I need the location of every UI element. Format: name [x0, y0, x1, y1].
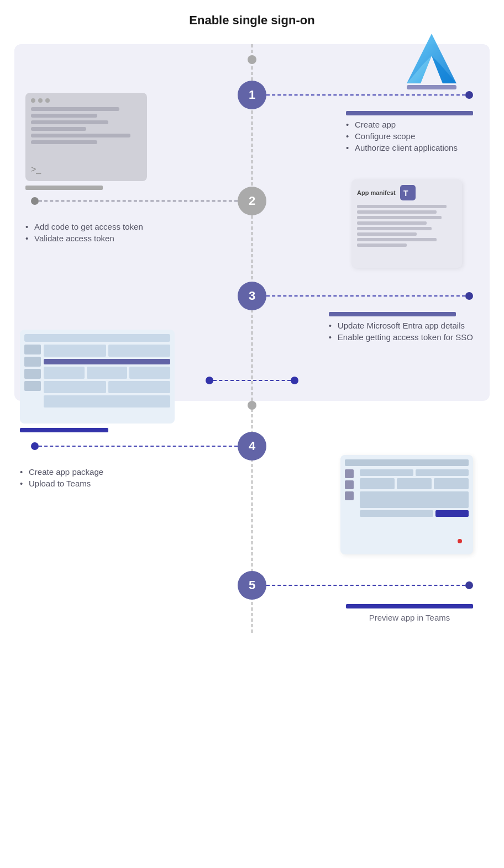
- step1-connector-dot: [465, 91, 473, 99]
- teams-card8: [44, 395, 170, 407]
- mline2: [357, 210, 437, 214]
- manifest-lines: [357, 205, 456, 247]
- manifest-title-text: App manifest: [357, 189, 396, 196]
- page-title: Enable single sign-on: [189, 13, 314, 28]
- code-line2: [31, 114, 97, 118]
- sidebar-item2: [24, 357, 41, 367]
- code-window: >_: [25, 93, 147, 181]
- mline8: [357, 244, 407, 247]
- sidebar-icon3: [345, 491, 354, 500]
- step2-left-dot: [31, 197, 39, 205]
- step1-bullets: Create app Configure scope Authorize cli…: [346, 120, 473, 152]
- step4-circle: 4: [238, 432, 266, 461]
- dot3: [45, 98, 50, 103]
- code-line5: [31, 134, 130, 137]
- step1-content: Create app Configure scope Authorize cli…: [346, 111, 473, 155]
- teams-row5: [44, 395, 170, 407]
- svg-text:T: T: [403, 189, 408, 198]
- step3-row: 3: [14, 282, 490, 310]
- step2-content: Add code to get access token Validate ac…: [25, 220, 143, 245]
- sidebar-item1: [24, 345, 41, 354]
- dot2: [38, 98, 43, 103]
- middle-separator-dot: [248, 401, 256, 410]
- mline6: [357, 232, 417, 236]
- manifest-window: App manifest T: [351, 179, 462, 268]
- step3-bullet1: Update Microsoft Entra app details: [329, 321, 473, 330]
- preview-row4: [360, 510, 469, 517]
- teams-card7: [108, 381, 171, 393]
- teams-app-main: [44, 345, 170, 407]
- teams-app-content: [24, 345, 170, 407]
- teams-card3: [44, 367, 85, 379]
- step2-bullet1: Add code to get access token: [25, 222, 143, 231]
- preview-card-blue: [435, 510, 469, 517]
- mline4: [357, 221, 427, 225]
- step2-circle: 2: [238, 187, 266, 215]
- dot1: [31, 98, 35, 103]
- teams-mini-logo: T: [400, 185, 416, 200]
- bottom-section: 4 Create app package Upload to Teams: [14, 410, 490, 633]
- bottom-h-connector: [213, 380, 291, 382]
- code-line1: [31, 107, 119, 111]
- preview-mockup: [340, 455, 473, 554]
- teams-card6: [44, 381, 106, 393]
- step3-bullets: Update Microsoft Entra app details Enabl…: [329, 321, 473, 342]
- preview-main: [360, 469, 469, 519]
- step2-bullet2: Validate access token: [25, 234, 143, 243]
- teams-app-sidebar: [24, 345, 41, 407]
- preview-row3: [360, 491, 469, 508]
- step3-bar: [329, 312, 456, 316]
- step5-connector-line: [266, 585, 465, 586]
- code-window-bar: [31, 98, 141, 103]
- sidebar-item3: [24, 369, 41, 379]
- teams-card4: [87, 367, 128, 379]
- bottom-right-dot: [291, 377, 298, 384]
- start-dot: [248, 55, 256, 64]
- step4-bullets: Create app package Upload to Teams: [20, 467, 103, 488]
- preview-top-bar: [345, 459, 469, 466]
- step1-circle: 1: [238, 81, 266, 109]
- mline1: [357, 205, 447, 208]
- teams-app-mockup: [20, 330, 175, 424]
- code-line4: [31, 127, 86, 131]
- sidebar-item4: [24, 381, 41, 391]
- step5-circle: 5: [238, 571, 266, 600]
- preview-card6: [360, 491, 469, 508]
- step3-bullet2: Enable getting access token for SSO: [329, 332, 473, 342]
- step3-connector-dot: [465, 292, 473, 300]
- manifest-header: App manifest T: [357, 185, 456, 200]
- step5-connector-dot: [465, 581, 473, 589]
- preview-card2: [416, 469, 469, 476]
- code-lines: [31, 107, 141, 144]
- teams-row1: [44, 345, 170, 357]
- preview-body: [345, 469, 469, 519]
- manifest-container: App manifest T: [351, 179, 462, 268]
- bottom-left-dot: [206, 377, 213, 384]
- preview-card5: [434, 478, 469, 489]
- step2-bullets: Add code to get access token Validate ac…: [25, 222, 143, 243]
- teams-card2: [108, 345, 171, 357]
- code-arrow: >_: [31, 165, 41, 174]
- preview-card4: [397, 478, 432, 489]
- step3-content: Update Microsoft Entra app details Enabl…: [329, 312, 473, 344]
- step3-circle: 3: [238, 282, 266, 310]
- step5-content: Preview app in Teams: [346, 604, 473, 622]
- preview-card7: [360, 510, 433, 517]
- preview-row2: [360, 478, 469, 489]
- sidebar-icon2: [345, 480, 354, 489]
- step1-bullet1: Create app: [346, 120, 473, 129]
- step4-connector-line: [39, 446, 238, 447]
- teams-card5: [129, 367, 170, 379]
- teams-row4: [44, 381, 170, 393]
- teams-card-blue: [44, 359, 170, 364]
- preview-card1: [360, 469, 413, 476]
- step4-bullet2: Upload to Teams: [20, 479, 103, 488]
- preview-red-dot: [458, 539, 462, 543]
- teams-app-container: [20, 330, 175, 437]
- step4-bullet1: Create app package: [20, 467, 103, 477]
- step4-left-dot: [31, 442, 39, 450]
- teams-card1: [44, 345, 106, 357]
- step3-connector-line: [266, 295, 465, 297]
- step5-row: 5: [14, 571, 490, 600]
- diagram-container: 1 Create app Configure scope Authorize c…: [14, 44, 490, 633]
